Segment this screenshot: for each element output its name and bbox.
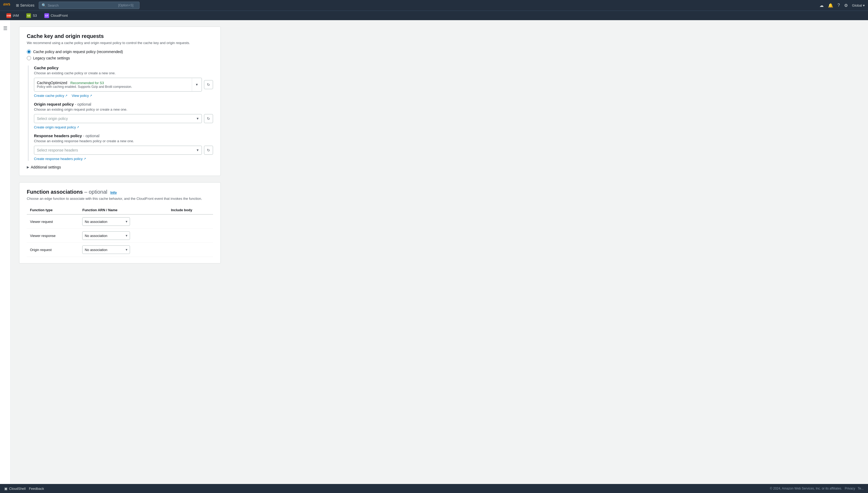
tab-iam[interactable]: IAM IAM: [3, 12, 22, 19]
col-header-function-type: Function type: [27, 206, 79, 214]
terminal-icon: ▣: [4, 487, 7, 491]
tab-s3[interactable]: S3 S3: [23, 12, 40, 19]
cache-policy-dropdown-arrow[interactable]: ▼: [192, 78, 202, 91]
create-response-headers-link[interactable]: Create response headers policy ↗: [34, 157, 86, 161]
cache-policy-selected-desc: Policy with caching enabled. Supports Gz…: [37, 85, 189, 89]
viewer-response-select-wrap: No association ▼: [82, 231, 130, 240]
external-link-icon-3: ↗: [77, 126, 79, 129]
copyright-text: © 2024, Amazon Web Services, Inc. or its…: [770, 487, 842, 490]
search-icon: 🔍: [42, 3, 46, 7]
origin-policy-refresh-button[interactable]: ↻: [204, 114, 213, 123]
origin-policy-label: Origin request policy - optional: [34, 102, 213, 106]
cloudshell-label: CloudShell: [9, 487, 26, 491]
cache-radio-group: Cache policy and origin request policy (…: [27, 50, 213, 60]
service-tabs: IAM IAM S3 S3 CF CloudFront: [0, 10, 868, 20]
main-content: Cache key and origin requests We recomme…: [10, 20, 868, 493]
origin-policy-row: Select origin policy ▼ ↻: [34, 114, 213, 123]
response-headers-row: Select response headers ▼ ↻: [34, 146, 213, 155]
response-headers-links: Create response headers policy ↗: [34, 157, 213, 161]
app-body: ☰ Cache key and origin requests We recom…: [0, 20, 868, 493]
cache-policy-description: Choose an existing cache policy or creat…: [34, 71, 213, 75]
radio-recommended[interactable]: Cache policy and origin request policy (…: [27, 50, 213, 54]
radio-legacy[interactable]: Legacy cache settings: [27, 56, 213, 60]
external-link-icon-2: ↗: [90, 94, 92, 98]
sidebar: ☰: [0, 20, 10, 493]
global-selector[interactable]: Global ▾: [852, 3, 865, 7]
iam-icon: IAM: [6, 13, 11, 18]
response-headers-refresh-button[interactable]: ↻: [204, 146, 213, 155]
cloudshell-button[interactable]: ▣ CloudShell: [4, 487, 26, 491]
cache-policy-label: Cache policy: [34, 66, 213, 70]
settings-icon[interactable]: ⚙: [844, 3, 848, 8]
tab-cloudfront[interactable]: CF CloudFront: [41, 12, 71, 19]
function-associations-description: Choose an edge function to associate wit…: [27, 197, 213, 200]
refresh-icon-2: ↻: [207, 116, 210, 121]
view-policy-link[interactable]: View policy ↗: [72, 94, 92, 98]
additional-settings-toggle[interactable]: ▶ Additional settings: [27, 165, 213, 169]
bell-icon[interactable]: 🔔: [828, 3, 833, 8]
cache-policy-links: Create cache policy ↗ View policy ↗: [34, 94, 213, 98]
viewer-request-select[interactable]: No association: [82, 217, 130, 226]
viewer-response-label: Viewer response: [30, 234, 56, 238]
cache-sub-section: Cache policy Choose an existing cache po…: [28, 66, 213, 161]
aws-logo: [3, 3, 10, 8]
privacy-link[interactable]: Privacy: [845, 487, 855, 490]
function-associations-card: Function associations – optional Info Ch…: [19, 182, 221, 263]
additional-settings-label: Additional settings: [31, 165, 61, 169]
radio-legacy-input[interactable]: [27, 56, 31, 60]
bottom-right: © 2024, Amazon Web Services, Inc. or its…: [770, 487, 864, 490]
grid-icon: ⊞: [16, 3, 19, 7]
help-icon[interactable]: ?: [838, 3, 840, 8]
response-headers-label: Response headers policy - optional: [34, 133, 213, 138]
cache-policy-refresh-button[interactable]: ↻: [204, 80, 213, 89]
radio-recommended-label: Cache policy and origin request policy (…: [33, 50, 123, 54]
nav-right: ☁ 🔔 ? ⚙ Global ▾: [820, 3, 865, 8]
external-link-icon-4: ↗: [84, 157, 86, 160]
external-link-icon: ↗: [65, 94, 67, 98]
services-menu-button[interactable]: ⊞ Services: [14, 2, 37, 8]
s3-icon: S3: [26, 13, 31, 18]
cache-policy-name-row: CachingOptimized Recommended for S3: [37, 81, 189, 85]
tab-s3-label: S3: [32, 14, 37, 18]
info-link[interactable]: Info: [110, 191, 117, 194]
origin-request-select[interactable]: No association: [82, 245, 130, 254]
bottom-bar: ▣ CloudShell Feedback © 2024, Amazon Web…: [0, 484, 868, 493]
sidebar-toggle-button[interactable]: ☰: [1, 23, 9, 34]
feedback-button[interactable]: Feedback: [29, 487, 44, 491]
response-headers-select[interactable]: Select response headers: [34, 146, 202, 155]
tab-iam-label: IAM: [13, 14, 19, 18]
cache-section-description: We recommend using a cache policy and or…: [27, 41, 213, 45]
response-headers-section: Response headers policy - optional Choos…: [34, 133, 213, 161]
origin-policy-links: Create origin request policy ↗: [34, 125, 213, 129]
origin-policy-select[interactable]: Select origin policy: [34, 114, 202, 123]
create-origin-policy-link[interactable]: Create origin request policy ↗: [34, 125, 79, 129]
viewer-response-select[interactable]: No association: [82, 231, 130, 240]
cache-policy-select[interactable]: CachingOptimized Recommended for S3 Poli…: [34, 78, 202, 91]
top-navigation: ⊞ Services 🔍 [Option+S] ☁ 🔔 ? ⚙ Global ▾: [0, 0, 868, 10]
cache-section-card: Cache key and origin requests We recomme…: [19, 26, 221, 176]
radio-recommended-input[interactable]: [27, 50, 31, 54]
cloud-icon[interactable]: ☁: [820, 3, 824, 8]
response-headers-description: Choose an existing response headers poli…: [34, 139, 213, 143]
tab-cloudfront-label: CloudFront: [51, 14, 68, 18]
cache-policy-select-inner: CachingOptimized Recommended for S3 Poli…: [34, 79, 192, 90]
col-header-include-body: Include body: [168, 206, 213, 214]
cache-policy-name: CachingOptimized: [37, 81, 67, 85]
refresh-icon: ↻: [207, 83, 210, 87]
origin-request-label: Origin request: [30, 248, 52, 252]
bottom-left: ▣ CloudShell Feedback: [4, 487, 44, 491]
origin-policy-description: Choose an existing origin request policy…: [34, 107, 213, 111]
create-cache-policy-link[interactable]: Create cache policy ↗: [34, 94, 67, 98]
table-row: Origin request No association ▼: [27, 243, 213, 257]
search-bar: 🔍 [Option+S]: [39, 2, 139, 9]
terms-text: Te...: [858, 487, 864, 490]
table-row: Viewer request No association ▼: [27, 214, 213, 229]
search-input[interactable]: [48, 3, 117, 7]
search-shortcut: [Option+S]: [118, 3, 133, 7]
cache-section-title: Cache key and origin requests: [27, 33, 213, 39]
response-headers-select-wrapper: Select response headers ▼: [34, 146, 202, 155]
chevron-right-icon: ▶: [27, 165, 29, 169]
function-associations-table: Function type Function ARN / Name Includ…: [27, 206, 213, 257]
cloudfront-icon: CF: [44, 13, 49, 18]
cache-policy-recommended: Recommended for S3: [70, 81, 104, 85]
